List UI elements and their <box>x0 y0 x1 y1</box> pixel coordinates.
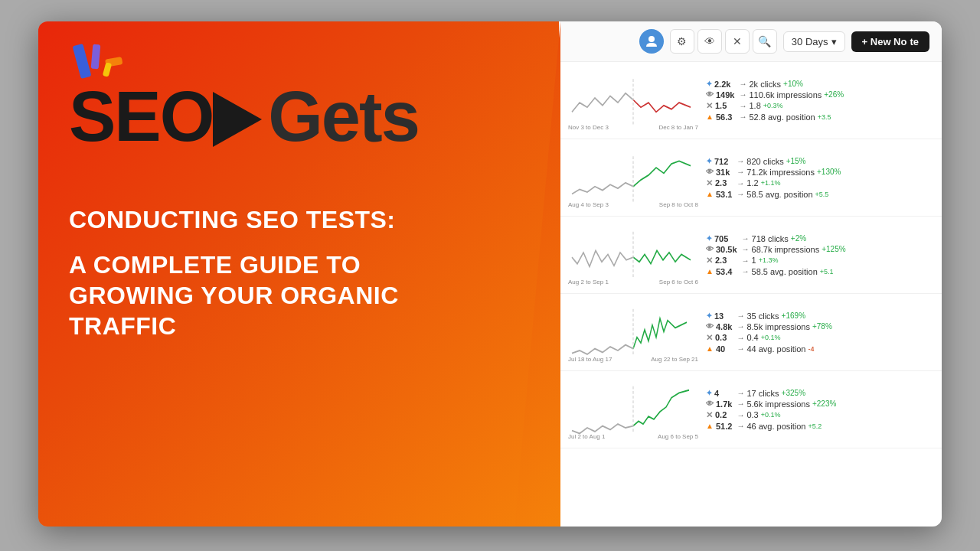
position-from-4: ▲ 40 <box>706 344 732 354</box>
chevron-down-icon: ▾ <box>831 36 837 47</box>
deco-purple-bar <box>91 44 101 70</box>
clicks-to-4: → 35 clicks +169% <box>737 311 933 321</box>
svg-point-1 <box>648 36 655 42</box>
chart-row4: Jul 18 to Aug 17 Aug 22 to Sep 21 <box>568 302 698 363</box>
chart-row5: Jul 2 to Aug 1 Aug 6 to Sep 5 <box>568 379 698 440</box>
ctr-to-4: → 0.4 +0.1% <box>737 333 933 343</box>
main-frame: SEO Gets CONDUCTING SEO TESTS: A COMPLET… <box>38 21 942 527</box>
date-from-4: Jul 18 to Aug 17 <box>568 356 612 363</box>
chart-icon-btn[interactable]: ✕ <box>725 29 750 54</box>
chart-row5-dates: Jul 2 to Aug 1 Aug 6 to Sep 5 <box>568 433 698 440</box>
date-to-1: Dec 8 to Jan 7 <box>658 124 698 131</box>
clicks-from-2: ✦ 712 <box>706 157 732 166</box>
metrics-row2: ✦ 712 → 820 clicks +15% 👁 31k → 71.2k im… <box>706 157 933 199</box>
search-icon-btn[interactable]: 🔍 <box>753 29 777 54</box>
toolbar: ⚙ 👁 ✕ 🔍 30 Days ▾ + New No te <box>559 21 942 62</box>
impressions-to-1: → 110.6k impressions +26% <box>739 90 933 99</box>
table-row[interactable]: Aug 4 to Sep 3 Sep 8 to Oct 8 ✦ 712 → 82… <box>559 139 942 217</box>
impressions-from-3: 👁 30.5k <box>706 245 737 254</box>
clicks-from-5: ✦ 4 <box>706 389 732 398</box>
clicks-from-4: ✦ 13 <box>706 311 732 321</box>
headline-line1: CONDUCTING SEO TESTS: <box>69 205 399 234</box>
position-to-3: → 58.5 avg. position +5.1 <box>742 267 933 276</box>
clicks-from-1: ✦ 2.2k <box>706 80 734 89</box>
impressions-from-4: 👁 4.8k <box>706 322 732 331</box>
new-text-extra: te <box>910 36 919 47</box>
position-from-1: ▲ 56.3 <box>706 112 734 122</box>
date-from-5: Jul 2 to Aug 1 <box>568 433 605 440</box>
ctr-from-1: ✕ 1.5 <box>706 101 734 111</box>
chart-row4-dates: Jul 18 to Aug 17 Aug 22 to Sep 21 <box>568 356 698 363</box>
position-to-1: → 52.8 avg. position +3.5 <box>739 112 933 122</box>
headline-line2: A COMPLETE GUIDE TOGROWING YOUR ORGANICT… <box>69 249 399 341</box>
metrics-row4: ✦ 13 → 35 clicks +169% 👁 4.8k → 8.5k imp… <box>706 311 933 354</box>
logo-area: SEO Gets <box>69 44 419 152</box>
settings-icon-btn[interactable]: ⚙ <box>670 29 694 54</box>
date-to-2: Sep 8 to Oct 8 <box>659 201 698 208</box>
toolbar-icons: ⚙ 👁 ✕ 🔍 <box>670 29 777 54</box>
seo-label: SEO <box>69 81 213 152</box>
ctr-from-2: ✕ 2.3 <box>706 178 732 188</box>
metrics-row3: ✦ 705 → 718 clicks +2% 👁 30.5k → 68.7k i… <box>706 234 933 276</box>
clicks-to-3: → 718 clicks +2% <box>742 234 933 243</box>
data-list: Nov 3 to Dec 3 Dec 8 to Jan 7 ✦ 2.2k → 2… <box>559 62 942 527</box>
date-from-3: Aug 2 to Sep 1 <box>568 279 609 285</box>
headline: CONDUCTING SEO TESTS: A COMPLETE GUIDE T… <box>69 205 399 341</box>
right-panel: ⚙ 👁 ✕ 🔍 30 Days ▾ + New No te <box>559 21 942 527</box>
position-from-3: ▲ 53.4 <box>706 267 737 276</box>
eye-icon-btn[interactable]: 👁 <box>697 29 722 54</box>
chart-row3: Aug 2 to Sep 1 Sep 6 to Oct 6 <box>568 224 698 285</box>
date-to-3: Sep 6 to Oct 6 <box>659 279 698 285</box>
date-from-1: Nov 3 to Dec 3 <box>568 124 609 131</box>
date-to-4: Aug 22 to Sep 21 <box>651 356 698 363</box>
metrics-row1: ✦ 2.2k → 2k clicks +10% 👁 149k → 110.6k … <box>706 80 933 122</box>
date-to-5: Aug 6 to Sep 5 <box>658 433 698 440</box>
table-row[interactable]: Aug 2 to Sep 1 Sep 6 to Oct 6 ✦ 705 → 71… <box>559 217 942 294</box>
position-from-2: ▲ 53.1 <box>706 190 732 199</box>
logo-decorations <box>77 44 121 78</box>
impressions-to-2: → 71.2k impressions +130% <box>737 168 933 177</box>
avatar <box>639 29 664 54</box>
new-note-label: + New No <box>862 36 907 47</box>
chart-row1: Nov 3 to Dec 3 Dec 8 to Jan 7 <box>568 70 698 131</box>
logo-text: SEO Gets <box>69 81 419 152</box>
days-dropdown[interactable]: 30 Days ▾ <box>783 31 845 52</box>
ctr-from-4: ✕ 0.3 <box>706 333 732 343</box>
svg-marker-0 <box>213 92 262 147</box>
impressions-from-1: 👁 149k <box>706 90 734 99</box>
table-row[interactable]: Jul 2 to Aug 1 Aug 6 to Sep 5 ✦ 4 → 17 c… <box>559 371 942 448</box>
ctr-to-2: → 1.2 +1.1% <box>737 178 933 188</box>
play-icon <box>207 89 268 150</box>
position-from-5: ▲ 51.2 <box>706 422 732 431</box>
table-row[interactable]: Jul 18 to Aug 17 Aug 22 to Sep 21 ✦ 13 →… <box>559 294 942 371</box>
gets-label: Gets <box>268 81 419 152</box>
impressions-to-3: → 68.7k impressions +125% <box>742 245 933 254</box>
impressions-from-5: 👁 1.7k <box>706 399 732 409</box>
ctr-from-5: ✕ 0.2 <box>706 410 732 420</box>
new-note-button[interactable]: + New No te <box>851 31 929 52</box>
position-to-5: → 46 avg. position +5.2 <box>737 422 933 431</box>
clicks-to-2: → 820 clicks +15% <box>737 157 933 166</box>
days-label: 30 Days <box>792 36 828 47</box>
clicks-to-1: → 2k clicks +10% <box>739 80 933 89</box>
chart-row2: Aug 4 to Sep 3 Sep 8 to Oct 8 <box>568 147 698 208</box>
impressions-to-5: → 5.6k impressions +223% <box>737 399 933 409</box>
page-background: SEO Gets CONDUCTING SEO TESTS: A COMPLET… <box>0 0 980 551</box>
impressions-from-2: 👁 31k <box>706 168 732 177</box>
ctr-to-5: → 0.3 +0.1% <box>737 410 933 420</box>
chart-row1-dates: Nov 3 to Dec 3 Dec 8 to Jan 7 <box>568 124 698 131</box>
date-from-2: Aug 4 to Sep 3 <box>568 201 609 208</box>
chart-row3-dates: Aug 2 to Sep 1 Sep 6 to Oct 6 <box>568 279 698 285</box>
deco-yellow-bar <box>103 62 112 77</box>
impressions-to-4: → 8.5k impressions +78% <box>737 322 933 331</box>
ctr-from-3: ✕ 2.3 <box>706 256 737 266</box>
table-row[interactable]: Nov 3 to Dec 3 Dec 8 to Jan 7 ✦ 2.2k → 2… <box>559 62 942 139</box>
deco-blue-bar <box>73 44 92 79</box>
position-to-4: → 44 avg. position -4 <box>737 344 933 354</box>
position-to-2: → 58.5 avg. position +5.5 <box>737 190 933 199</box>
ctr-to-3: → 1 +1.3% <box>742 256 933 266</box>
left-panel: SEO Gets CONDUCTING SEO TESTS: A COMPLET… <box>38 21 559 527</box>
clicks-from-3: ✦ 705 <box>706 234 737 243</box>
metrics-row5: ✦ 4 → 17 clicks +325% 👁 1.7k → 5.6k impr… <box>706 389 933 431</box>
ctr-to-1: → 1.8 +0.3% <box>739 101 933 111</box>
